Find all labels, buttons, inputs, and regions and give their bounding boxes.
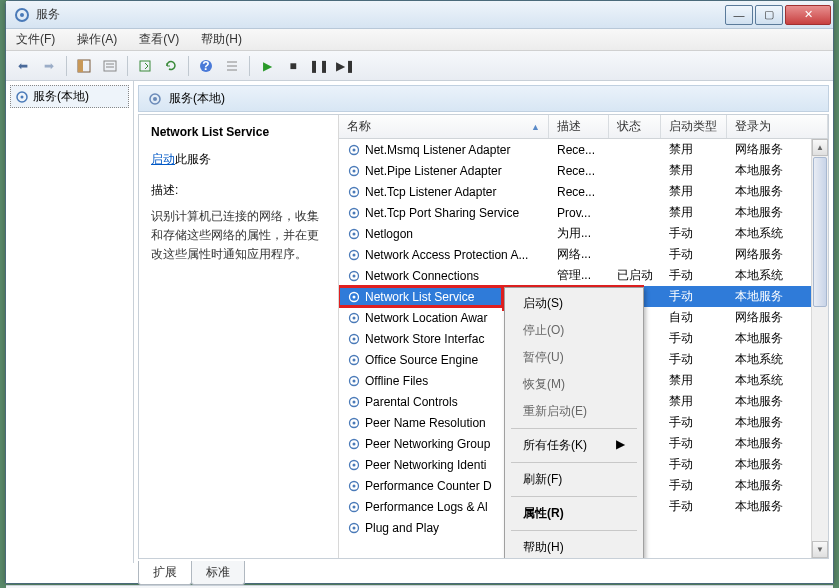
svg-point-42: [353, 400, 356, 403]
show-tree-button[interactable]: [73, 55, 95, 77]
context-menu-item[interactable]: 启动(S): [507, 290, 641, 317]
window-title: 服务: [36, 6, 723, 23]
gear-icon: [347, 521, 361, 535]
context-menu-item[interactable]: 刷新(F): [507, 466, 641, 493]
svg-point-14: [21, 95, 24, 98]
start-service-button[interactable]: ▶: [256, 55, 278, 77]
service-name: Network Location Awar: [365, 311, 488, 325]
context-menu-item[interactable]: 所有任务(K)▶: [507, 432, 641, 459]
restart-service-button[interactable]: ▶❚: [334, 55, 356, 77]
service-start-type: 禁用: [661, 393, 727, 410]
vertical-scrollbar[interactable]: ▲ ▼: [811, 139, 828, 558]
service-start-type: 手动: [661, 330, 727, 347]
service-start-type: 手动: [661, 435, 727, 452]
service-start-type: 手动: [661, 414, 727, 431]
service-name: Peer Networking Group: [365, 437, 490, 451]
tab-extended[interactable]: 扩展: [138, 561, 192, 585]
desc-text: 识别计算机已连接的网络，收集和存储这些网络的属性，并在更改这些属性时通知应用程序…: [151, 207, 326, 265]
title-bar[interactable]: 服务 — ▢ ✕: [6, 1, 833, 29]
detail-panel: Network List Service 启动此服务 描述: 识别计算机已连接的…: [139, 115, 339, 558]
properties-button[interactable]: [99, 55, 121, 77]
scroll-thumb[interactable]: [813, 157, 827, 307]
menu-action[interactable]: 操作(A): [73, 29, 121, 50]
context-menu-item[interactable]: 属性(R): [507, 500, 641, 527]
detail-service-name: Network List Service: [151, 125, 326, 139]
service-desc: 网络...: [549, 246, 609, 263]
tab-standard[interactable]: 标准: [191, 561, 245, 585]
service-name: Net.Tcp Listener Adapter: [365, 185, 496, 199]
pause-service-button[interactable]: ❚❚: [308, 55, 330, 77]
gear-icon: [347, 500, 361, 514]
gear-icon: [147, 91, 163, 107]
svg-point-30: [353, 274, 356, 277]
service-name: Peer Networking Identi: [365, 458, 486, 472]
svg-point-34: [353, 316, 356, 319]
col-header-logon[interactable]: 登录为: [727, 115, 828, 138]
service-row[interactable]: Net.Pipe Listener AdapterRece...禁用本地服务: [339, 160, 828, 181]
service-name: Network List Service: [365, 290, 474, 304]
main-header-title: 服务(本地): [169, 90, 225, 107]
gear-icon: [347, 185, 361, 199]
scroll-up-button[interactable]: ▲: [812, 139, 828, 156]
gear-icon: [347, 458, 361, 472]
service-row[interactable]: Net.Tcp Listener AdapterRece...禁用本地服务: [339, 181, 828, 202]
gear-icon: [347, 416, 361, 430]
context-menu-item[interactable]: 帮助(H): [507, 534, 641, 558]
gear-icon: [347, 395, 361, 409]
start-link[interactable]: 启动: [151, 152, 175, 166]
svg-point-1: [20, 13, 24, 17]
menu-file[interactable]: 文件(F): [12, 29, 59, 50]
minimize-button[interactable]: —: [725, 5, 753, 25]
context-menu-item: 恢复(M): [507, 371, 641, 398]
menu-view[interactable]: 查看(V): [135, 29, 183, 50]
refresh-button[interactable]: [160, 55, 182, 77]
service-row[interactable]: Netlogon为用...手动本地系统: [339, 223, 828, 244]
gear-icon: [15, 90, 29, 104]
desc-label: 描述:: [151, 182, 326, 199]
back-button[interactable]: ⬅: [12, 55, 34, 77]
col-header-status[interactable]: 状态: [609, 115, 661, 138]
service-list: 名称▲ 描述 状态 启动类型 登录为 Net.Msmq Listener Ada…: [339, 115, 828, 558]
list-header: 名称▲ 描述 状态 启动类型 登录为: [339, 115, 828, 139]
forward-button[interactable]: ➡: [38, 55, 60, 77]
maximize-button[interactable]: ▢: [755, 5, 783, 25]
gear-icon: [347, 353, 361, 367]
service-desc: Prov...: [549, 206, 609, 220]
svg-point-44: [353, 421, 356, 424]
service-row[interactable]: Network Access Protection A...网络...手动网络服…: [339, 244, 828, 265]
svg-point-16: [153, 97, 157, 101]
gear-icon: [347, 374, 361, 388]
service-name: Net.Msmq Listener Adapter: [365, 143, 510, 157]
service-row[interactable]: Net.Tcp Port Sharing ServiceProv...禁用本地服…: [339, 202, 828, 223]
export-button[interactable]: [134, 55, 156, 77]
svg-point-32: [353, 295, 356, 298]
svg-rect-4: [104, 61, 116, 71]
service-start-type: 手动: [661, 456, 727, 473]
close-button[interactable]: ✕: [785, 5, 831, 25]
list-button[interactable]: [221, 55, 243, 77]
svg-point-46: [353, 442, 356, 445]
service-start-type: 手动: [661, 498, 727, 515]
service-start-type: 手动: [661, 267, 727, 284]
stop-service-button[interactable]: ■: [282, 55, 304, 77]
svg-point-52: [353, 505, 356, 508]
service-row[interactable]: Net.Msmq Listener AdapterRece...禁用网络服务: [339, 139, 828, 160]
tree-node-services-local[interactable]: 服务(本地): [10, 85, 129, 108]
scroll-down-button[interactable]: ▼: [812, 541, 828, 558]
menu-help[interactable]: 帮助(H): [197, 29, 246, 50]
col-header-desc[interactable]: 描述: [549, 115, 609, 138]
context-menu-item: 暂停(U): [507, 344, 641, 371]
svg-point-28: [353, 253, 356, 256]
col-header-name[interactable]: 名称▲: [339, 115, 549, 138]
gear-icon: [347, 269, 361, 283]
menu-bar: 文件(F) 操作(A) 查看(V) 帮助(H): [6, 29, 833, 51]
service-name: Net.Tcp Port Sharing Service: [365, 206, 519, 220]
svg-point-48: [353, 463, 356, 466]
service-row[interactable]: Network Connections管理...已启动手动本地系统: [339, 265, 828, 286]
service-start-type: 手动: [661, 477, 727, 494]
gear-icon: [347, 332, 361, 346]
service-name: Peer Name Resolution: [365, 416, 486, 430]
col-header-start[interactable]: 启动类型: [661, 115, 727, 138]
svg-point-26: [353, 232, 356, 235]
help-button[interactable]: ?: [195, 55, 217, 77]
